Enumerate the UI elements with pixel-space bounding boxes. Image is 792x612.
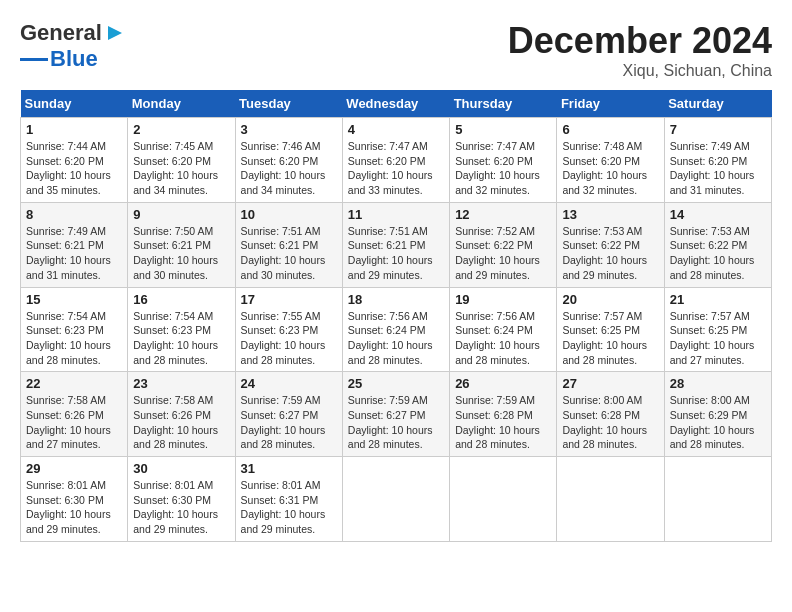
cell-details: Sunrise: 7:44 AMSunset: 6:20 PMDaylight:…: [26, 139, 122, 198]
header-day-thursday: Thursday: [450, 90, 557, 118]
cell-details: Sunrise: 7:59 AMSunset: 6:27 PMDaylight:…: [241, 393, 337, 452]
calendar-cell: [342, 457, 449, 542]
calendar-body: 1Sunrise: 7:44 AMSunset: 6:20 PMDaylight…: [21, 118, 772, 542]
day-number: 13: [562, 207, 658, 222]
day-number: 27: [562, 376, 658, 391]
header-day-tuesday: Tuesday: [235, 90, 342, 118]
calendar-cell: 13Sunrise: 7:53 AMSunset: 6:22 PMDayligh…: [557, 202, 664, 287]
cell-details: Sunrise: 7:58 AMSunset: 6:26 PMDaylight:…: [133, 393, 229, 452]
cell-details: Sunrise: 7:51 AMSunset: 6:21 PMDaylight:…: [348, 224, 444, 283]
calendar-cell: [557, 457, 664, 542]
cell-details: Sunrise: 7:53 AMSunset: 6:22 PMDaylight:…: [670, 224, 766, 283]
calendar-cell: 4Sunrise: 7:47 AMSunset: 6:20 PMDaylight…: [342, 118, 449, 203]
header-day-saturday: Saturday: [664, 90, 771, 118]
cell-details: Sunrise: 7:51 AMSunset: 6:21 PMDaylight:…: [241, 224, 337, 283]
cell-details: Sunrise: 7:59 AMSunset: 6:27 PMDaylight:…: [348, 393, 444, 452]
cell-details: Sunrise: 7:47 AMSunset: 6:20 PMDaylight:…: [455, 139, 551, 198]
cell-details: Sunrise: 7:50 AMSunset: 6:21 PMDaylight:…: [133, 224, 229, 283]
cell-details: Sunrise: 7:48 AMSunset: 6:20 PMDaylight:…: [562, 139, 658, 198]
calendar-table: SundayMondayTuesdayWednesdayThursdayFrid…: [20, 90, 772, 542]
cell-details: Sunrise: 7:46 AMSunset: 6:20 PMDaylight:…: [241, 139, 337, 198]
day-number: 25: [348, 376, 444, 391]
logo-blue: Blue: [50, 46, 98, 72]
day-number: 21: [670, 292, 766, 307]
day-number: 9: [133, 207, 229, 222]
calendar-cell: 10Sunrise: 7:51 AMSunset: 6:21 PMDayligh…: [235, 202, 342, 287]
calendar-cell: 16Sunrise: 7:54 AMSunset: 6:23 PMDayligh…: [128, 287, 235, 372]
cell-details: Sunrise: 7:49 AMSunset: 6:21 PMDaylight:…: [26, 224, 122, 283]
day-number: 16: [133, 292, 229, 307]
day-number: 28: [670, 376, 766, 391]
day-number: 22: [26, 376, 122, 391]
header-row: SundayMondayTuesdayWednesdayThursdayFrid…: [21, 90, 772, 118]
calendar-cell: 31Sunrise: 8:01 AMSunset: 6:31 PMDayligh…: [235, 457, 342, 542]
day-number: 8: [26, 207, 122, 222]
day-number: 17: [241, 292, 337, 307]
logo-general: General: [20, 20, 102, 46]
cell-details: Sunrise: 7:47 AMSunset: 6:20 PMDaylight:…: [348, 139, 444, 198]
day-number: 12: [455, 207, 551, 222]
week-row-4: 22Sunrise: 7:58 AMSunset: 6:26 PMDayligh…: [21, 372, 772, 457]
calendar-cell: 6Sunrise: 7:48 AMSunset: 6:20 PMDaylight…: [557, 118, 664, 203]
calendar-cell: 2Sunrise: 7:45 AMSunset: 6:20 PMDaylight…: [128, 118, 235, 203]
cell-details: Sunrise: 7:55 AMSunset: 6:23 PMDaylight:…: [241, 309, 337, 368]
cell-details: Sunrise: 8:01 AMSunset: 6:31 PMDaylight:…: [241, 478, 337, 537]
calendar-cell: 27Sunrise: 8:00 AMSunset: 6:28 PMDayligh…: [557, 372, 664, 457]
day-number: 20: [562, 292, 658, 307]
week-row-1: 1Sunrise: 7:44 AMSunset: 6:20 PMDaylight…: [21, 118, 772, 203]
day-number: 7: [670, 122, 766, 137]
day-number: 4: [348, 122, 444, 137]
day-number: 10: [241, 207, 337, 222]
calendar-cell: 22Sunrise: 7:58 AMSunset: 6:26 PMDayligh…: [21, 372, 128, 457]
calendar-cell: 5Sunrise: 7:47 AMSunset: 6:20 PMDaylight…: [450, 118, 557, 203]
calendar-cell: 21Sunrise: 7:57 AMSunset: 6:25 PMDayligh…: [664, 287, 771, 372]
logo-arrow-icon: [104, 22, 126, 44]
calendar-cell: 15Sunrise: 7:54 AMSunset: 6:23 PMDayligh…: [21, 287, 128, 372]
cell-details: Sunrise: 8:00 AMSunset: 6:28 PMDaylight:…: [562, 393, 658, 452]
logo-icon: General: [20, 20, 126, 46]
header-day-monday: Monday: [128, 90, 235, 118]
cell-details: Sunrise: 7:58 AMSunset: 6:26 PMDaylight:…: [26, 393, 122, 452]
week-row-5: 29Sunrise: 8:01 AMSunset: 6:30 PMDayligh…: [21, 457, 772, 542]
page-header: General Blue December 2024 Xiqu, Sichuan…: [20, 20, 772, 80]
day-number: 5: [455, 122, 551, 137]
calendar-cell: [664, 457, 771, 542]
cell-details: Sunrise: 7:59 AMSunset: 6:28 PMDaylight:…: [455, 393, 551, 452]
cell-details: Sunrise: 7:56 AMSunset: 6:24 PMDaylight:…: [455, 309, 551, 368]
day-number: 19: [455, 292, 551, 307]
cell-details: Sunrise: 8:00 AMSunset: 6:29 PMDaylight:…: [670, 393, 766, 452]
month-title: December 2024: [508, 20, 772, 62]
header-day-wednesday: Wednesday: [342, 90, 449, 118]
calendar-cell: 24Sunrise: 7:59 AMSunset: 6:27 PMDayligh…: [235, 372, 342, 457]
calendar-cell: 7Sunrise: 7:49 AMSunset: 6:20 PMDaylight…: [664, 118, 771, 203]
day-number: 2: [133, 122, 229, 137]
day-number: 6: [562, 122, 658, 137]
calendar-cell: 18Sunrise: 7:56 AMSunset: 6:24 PMDayligh…: [342, 287, 449, 372]
cell-details: Sunrise: 7:57 AMSunset: 6:25 PMDaylight:…: [562, 309, 658, 368]
day-number: 31: [241, 461, 337, 476]
calendar-cell: 25Sunrise: 7:59 AMSunset: 6:27 PMDayligh…: [342, 372, 449, 457]
svg-marker-0: [108, 26, 122, 40]
week-row-3: 15Sunrise: 7:54 AMSunset: 6:23 PMDayligh…: [21, 287, 772, 372]
cell-details: Sunrise: 7:49 AMSunset: 6:20 PMDaylight:…: [670, 139, 766, 198]
cell-details: Sunrise: 7:56 AMSunset: 6:24 PMDaylight:…: [348, 309, 444, 368]
calendar-cell: 19Sunrise: 7:56 AMSunset: 6:24 PMDayligh…: [450, 287, 557, 372]
header-day-sunday: Sunday: [21, 90, 128, 118]
cell-details: Sunrise: 7:53 AMSunset: 6:22 PMDaylight:…: [562, 224, 658, 283]
day-number: 23: [133, 376, 229, 391]
calendar-cell: 28Sunrise: 8:00 AMSunset: 6:29 PMDayligh…: [664, 372, 771, 457]
calendar-cell: 17Sunrise: 7:55 AMSunset: 6:23 PMDayligh…: [235, 287, 342, 372]
calendar-cell: 29Sunrise: 8:01 AMSunset: 6:30 PMDayligh…: [21, 457, 128, 542]
title-block: December 2024 Xiqu, Sichuan, China: [508, 20, 772, 80]
day-number: 29: [26, 461, 122, 476]
day-number: 26: [455, 376, 551, 391]
day-number: 15: [26, 292, 122, 307]
calendar-cell: 1Sunrise: 7:44 AMSunset: 6:20 PMDaylight…: [21, 118, 128, 203]
calendar-cell: 14Sunrise: 7:53 AMSunset: 6:22 PMDayligh…: [664, 202, 771, 287]
calendar-header: SundayMondayTuesdayWednesdayThursdayFrid…: [21, 90, 772, 118]
day-number: 30: [133, 461, 229, 476]
cell-details: Sunrise: 8:01 AMSunset: 6:30 PMDaylight:…: [133, 478, 229, 537]
cell-details: Sunrise: 7:54 AMSunset: 6:23 PMDaylight:…: [26, 309, 122, 368]
day-number: 11: [348, 207, 444, 222]
location: Xiqu, Sichuan, China: [508, 62, 772, 80]
